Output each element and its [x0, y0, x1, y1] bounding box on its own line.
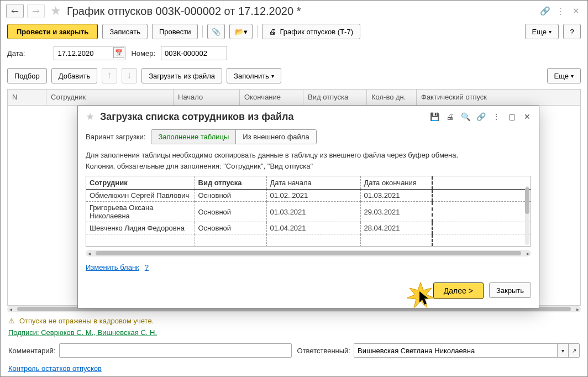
- fill-button[interactable]: Заполнить ▾: [227, 68, 281, 83]
- cell-type: Основной: [195, 222, 266, 234]
- scroll-thumb[interactable]: [525, 187, 529, 214]
- mcol-extra: [432, 176, 531, 190]
- close-icon[interactable]: ✕: [521, 111, 533, 123]
- separator: [257, 25, 258, 38]
- cell-start: 01.04.2021: [266, 222, 360, 234]
- more-icon[interactable]: ⋮: [490, 111, 502, 123]
- print-icon[interactable]: 🖨: [444, 111, 456, 123]
- scroll-thumb[interactable]: [96, 251, 521, 255]
- chevron-down-icon: ▾: [271, 73, 274, 79]
- mcol-type: Вид отпуска: [195, 176, 266, 190]
- variant-fill-table[interactable]: Заполнение таблицы: [151, 130, 235, 144]
- svg-marker-1: [419, 291, 428, 305]
- maximize-icon[interactable]: ▢: [506, 111, 518, 123]
- table-row[interactable]: Григорьева Оксана НиколаевнаОсновной01.0…: [86, 202, 531, 222]
- load-employees-modal: ★ Загрузка списка сотрудников из файла 💾…: [77, 106, 539, 308]
- more-button[interactable]: Еще ▾: [525, 24, 559, 39]
- post-button[interactable]: Провести: [152, 24, 198, 39]
- add-button[interactable]: Добавить: [51, 68, 97, 83]
- printer-icon: 🖨: [269, 28, 276, 36]
- favorite-icon[interactable]: ★: [86, 111, 95, 123]
- number-input[interactable]: [161, 46, 227, 60]
- open-icon[interactable]: ↗: [568, 344, 579, 357]
- next-button[interactable]: Далее >: [433, 282, 484, 299]
- modal-help-link[interactable]: ?: [145, 263, 149, 271]
- more-button-2[interactable]: Еще ▾: [547, 68, 581, 83]
- modal-h-scrollbar[interactable]: ◂ ▸: [86, 250, 531, 256]
- select-button[interactable]: Подбор: [7, 68, 47, 83]
- forward-button[interactable]: 🡒: [27, 4, 45, 18]
- modal-table[interactable]: Сотрудник Вид отпуска Дата начала Дата о…: [86, 176, 531, 247]
- comment-input[interactable]: [59, 343, 292, 358]
- save-icon[interactable]: 💾: [428, 111, 440, 123]
- calendar-icon[interactable]: 📅: [113, 47, 124, 58]
- cell-employee: Григорьева Оксана Николаевна: [86, 202, 195, 222]
- separator: [202, 25, 203, 38]
- back-button[interactable]: 🡐: [6, 4, 24, 18]
- cell-extra: [432, 222, 531, 234]
- attach-button[interactable]: 📎: [207, 24, 225, 39]
- table-row[interactable]: Обмелюхин Сергей ПавловичОсновной01.02..…: [86, 190, 531, 202]
- warning-icon: ⚠: [8, 317, 15, 325]
- cell-type: Основной: [195, 202, 266, 222]
- number-label: Номер:: [131, 49, 155, 57]
- change-blank-link[interactable]: Изменить бланк: [86, 263, 139, 271]
- print-t7-button[interactable]: 🖨 График отпусков (Т-7): [262, 24, 360, 39]
- responsible-label: Ответственный:: [297, 347, 350, 355]
- cell-end: 29.03.2021: [360, 202, 432, 222]
- help-button[interactable]: ?: [563, 24, 581, 39]
- cell-employee: Обмелюхин Сергей Павлович: [86, 190, 195, 202]
- modal-v-scrollbar[interactable]: [525, 186, 529, 245]
- comment-label: Комментарий:: [8, 347, 56, 355]
- move-down-button[interactable]: 🡓: [122, 68, 137, 83]
- mcol-employee: Сотрудник: [86, 176, 195, 190]
- responsible-input[interactable]: [354, 344, 557, 357]
- modal-info-2: Колонки, обязательные для заполнения: "С…: [86, 161, 531, 172]
- more-icon[interactable]: ⋮: [554, 5, 566, 17]
- table-header: N Сотрудник Начало Окончание Вид отпуска…: [7, 89, 581, 106]
- cell-extra: [432, 202, 531, 222]
- load-from-file-button[interactable]: Загрузить из файла: [141, 68, 222, 83]
- col-end: Окончание: [240, 90, 303, 105]
- chevron-down-icon: ▾: [571, 73, 574, 79]
- mcol-end: Дата окончания: [360, 176, 432, 190]
- table-row[interactable]: Шевченко Лидия ФедоровнаОсновной01.04.20…: [86, 222, 531, 234]
- scroll-left-icon[interactable]: ◂: [7, 306, 14, 312]
- post-and-close-button[interactable]: Провести и закрыть: [7, 24, 98, 39]
- variant-from-file[interactable]: Из внешнего файла: [235, 130, 316, 144]
- mcol-start: Дата начала: [266, 176, 360, 190]
- write-button[interactable]: Записать: [102, 24, 148, 39]
- link-icon[interactable]: 🔗: [539, 5, 551, 17]
- col-start: Начало: [174, 90, 240, 105]
- table-row-empty[interactable]: [86, 234, 531, 247]
- close-button[interactable]: Закрыть: [489, 282, 531, 298]
- col-days: Кол-во дн.: [367, 90, 417, 105]
- scroll-right-icon[interactable]: ▸: [524, 250, 531, 256]
- variant-label: Вариант загрузки:: [86, 133, 145, 141]
- cursor-burst-icon: [404, 281, 437, 309]
- link-icon[interactable]: 🔗: [475, 111, 487, 123]
- favorite-icon[interactable]: ★: [50, 4, 61, 18]
- modal-info-1: Для заполнения таблицы необходимо скопир…: [86, 150, 531, 161]
- close-icon[interactable]: ✕: [570, 5, 582, 17]
- cell-end: 01.03.2021: [360, 190, 432, 202]
- signatures-link[interactable]: Подписи: Севрюков С. М., Вишневская С. Н…: [8, 328, 157, 337]
- date-label: Дата:: [7, 49, 25, 57]
- scroll-left-icon[interactable]: ◂: [86, 250, 92, 256]
- table-row-empty[interactable]: [86, 247, 531, 247]
- svg-marker-0: [407, 282, 434, 308]
- cell-start: 01.03.2021: [266, 202, 360, 222]
- scroll-right-icon[interactable]: ▸: [574, 306, 581, 312]
- warning-text: Отпуска не отражены в кадровом учете.: [19, 317, 154, 325]
- move-up-button[interactable]: 🡑: [102, 68, 117, 83]
- control-link[interactable]: Контроль остатков отпусков: [8, 364, 102, 373]
- dropdown-icon[interactable]: ▾: [557, 344, 568, 357]
- cell-end: 28.04.2021: [360, 222, 432, 234]
- cell-start: 01.02..2021: [266, 190, 360, 202]
- folder-button[interactable]: 📂▾: [229, 24, 253, 39]
- chevron-down-icon: ▾: [549, 29, 552, 35]
- modal-title: Загрузка списка сотрудников из файла: [100, 111, 425, 123]
- preview-icon[interactable]: 🔍: [459, 111, 471, 123]
- col-employee: Сотрудник: [46, 90, 174, 105]
- col-actual: Фактический отпуск: [417, 90, 580, 105]
